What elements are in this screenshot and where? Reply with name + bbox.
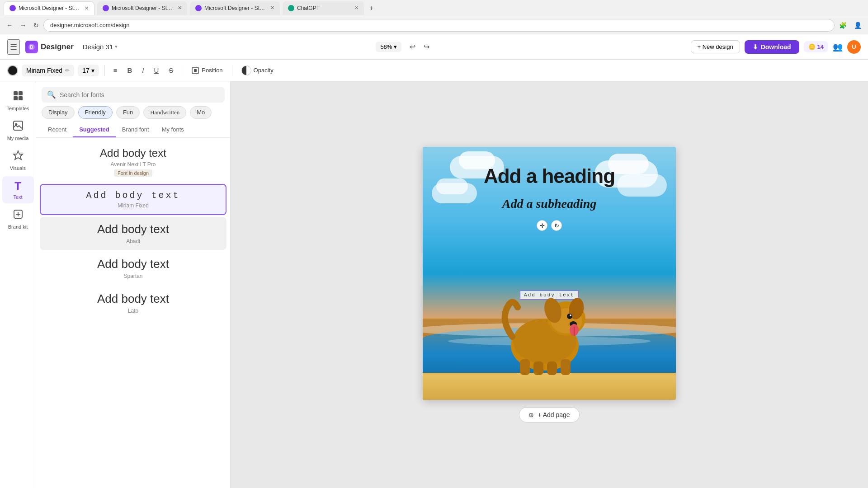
- font-badge-avenir: Font in design: [114, 169, 152, 177]
- new-tab-button[interactable]: +: [367, 3, 376, 13]
- dog-svg: [500, 273, 590, 377]
- design-title[interactable]: Design 31 ▾: [83, 43, 118, 51]
- share-button[interactable]: 👥: [833, 42, 843, 52]
- font-name-miriam: Miriam Fixed: [45, 202, 221, 209]
- font-item-abadi[interactable]: Add body text Abadi: [40, 217, 226, 250]
- sidebar-item-brand-kit[interactable]: Brand kit: [2, 205, 34, 233]
- svg-rect-3: [194, 69, 197, 72]
- strikethrough-button[interactable]: S: [165, 64, 176, 76]
- sidebar-item-templates[interactable]: Templates: [2, 87, 34, 115]
- redo-button[interactable]: ↪: [421, 41, 432, 53]
- align-button[interactable]: ≡: [110, 64, 121, 76]
- design-title-chevron: ▾: [115, 44, 118, 50]
- font-name-button[interactable]: Miriam Fixed ✏: [22, 65, 74, 76]
- underline-button[interactable]: U: [151, 64, 162, 76]
- move-handle[interactable]: ✛: [537, 220, 547, 231]
- font-search-box[interactable]: 🔍: [42, 87, 225, 103]
- address-bar[interactable]: [43, 19, 835, 32]
- sidebar-icons: Templates My media Visuals T Text: [0, 81, 36, 488]
- italic-button[interactable]: I: [139, 64, 147, 76]
- chip-display[interactable]: Display: [42, 106, 75, 119]
- main-content: Templates My media Visuals T Text: [0, 81, 868, 488]
- font-name-abadi: Abadi: [44, 238, 222, 244]
- visuals-icon: [13, 150, 24, 164]
- tab-2[interactable]: Microsoft Designer - Stunning... ✕: [97, 1, 187, 15]
- undo-redo: ↩ ↪: [407, 41, 432, 53]
- color-swatch[interactable]: [7, 65, 18, 76]
- tab-close-3[interactable]: ✕: [270, 5, 274, 11]
- tab-close-4[interactable]: ✕: [354, 5, 359, 11]
- profile-button[interactable]: 👤: [851, 20, 864, 31]
- tab-close-1[interactable]: ✕: [85, 5, 89, 11]
- svg-rect-4: [14, 91, 18, 95]
- tab-suggested[interactable]: Suggested: [73, 122, 115, 137]
- chip-friendly[interactable]: Friendly: [78, 106, 113, 119]
- tab-favicon-4: [288, 5, 294, 11]
- font-name-lato: Lato: [44, 308, 222, 314]
- position-button[interactable]: Position: [188, 64, 226, 77]
- add-page-button[interactable]: ⊕ + Add page: [519, 407, 579, 422]
- sidebar-item-text[interactable]: T Text: [2, 176, 34, 203]
- browser-controls: ← → ↻ 🧩 👤: [0, 16, 868, 34]
- chip-handwritten[interactable]: Handwritten: [143, 106, 186, 119]
- font-item-miriam[interactable]: Add body text Miriam Fixed: [40, 184, 226, 215]
- tab-my-fonts[interactable]: My fonts: [156, 122, 190, 137]
- visuals-label: Visuals: [10, 165, 26, 171]
- reload-button[interactable]: ↻: [31, 20, 42, 31]
- tab-close-2[interactable]: ✕: [178, 5, 182, 11]
- chip-more[interactable]: Mo: [190, 106, 212, 119]
- sidebar-item-visuals[interactable]: Visuals: [2, 146, 34, 174]
- canvas-subheading[interactable]: Add a subheading: [423, 197, 676, 211]
- opacity-button[interactable]: Opacity: [238, 63, 277, 78]
- svg-rect-17: [561, 359, 571, 375]
- canvas-area: Add a heading Add a subheading Add body …: [231, 81, 868, 488]
- bold-button[interactable]: B: [124, 64, 135, 76]
- new-design-button[interactable]: + New design: [691, 40, 740, 53]
- font-search-input[interactable]: [60, 91, 219, 99]
- tab-recent[interactable]: Recent: [42, 122, 73, 137]
- top-bar-center: 58% ▾ ↩ ↪: [123, 41, 685, 53]
- download-button[interactable]: ⬇ Download: [745, 40, 799, 54]
- logo-text: Designer: [41, 42, 74, 52]
- tab-1[interactable]: Microsoft Designer - Stunning... ✕: [4, 1, 94, 15]
- filter-chips: Display Friendly Fun Handwritten Mo: [36, 106, 230, 122]
- svg-rect-6: [14, 96, 18, 100]
- svg-rect-14: [520, 359, 530, 375]
- top-bar: ☰ D Designer Design 31 ▾ 58% ▾: [0, 34, 868, 60]
- top-bar-right: + New design ⬇ Download 🪙 14 👥 U: [691, 40, 861, 54]
- canvas-background: Add a heading Add a subheading Add body …: [423, 147, 676, 400]
- rotate-handle[interactable]: ↻: [551, 220, 562, 231]
- menu-button[interactable]: ☰: [7, 39, 20, 55]
- font-size-button[interactable]: 17 ▾: [78, 65, 99, 76]
- tab-4[interactable]: ChatGPT ✕: [283, 1, 364, 15]
- canvas-heading[interactable]: Add a heading: [423, 165, 676, 188]
- font-size-chevron: ▾: [91, 67, 94, 74]
- add-page-label: + Add page: [538, 411, 570, 418]
- extensions-button[interactable]: 🧩: [836, 20, 849, 31]
- canvas-frame[interactable]: Add a heading Add a subheading Add body …: [423, 147, 676, 400]
- tab-3[interactable]: Microsoft Designer - Stunning... ✕: [190, 1, 280, 15]
- logo-area: D Designer: [25, 41, 74, 53]
- svg-point-22: [567, 314, 572, 319]
- my-media-icon: [13, 120, 24, 134]
- logo-icon: D: [25, 41, 38, 53]
- svg-text:D: D: [30, 45, 33, 50]
- zoom-control[interactable]: 58% ▾: [376, 42, 401, 52]
- font-panel: 🔍 Display Friendly Fun Handwritten: [36, 81, 231, 488]
- font-tabs: Recent Suggested Brand font My fonts: [36, 122, 230, 138]
- chip-fun[interactable]: Fun: [116, 106, 140, 119]
- tab-label-1: Microsoft Designer - Stunning...: [19, 5, 82, 11]
- add-page-icon: ⊕: [528, 411, 534, 418]
- font-item-spartan[interactable]: Add body text Spartan: [40, 252, 226, 285]
- canvas-body-text-container[interactable]: Add body text ✛ ↻: [537, 218, 562, 231]
- back-button[interactable]: ←: [4, 20, 15, 31]
- user-avatar[interactable]: U: [847, 40, 861, 54]
- tab-favicon-1: [9, 5, 16, 11]
- font-item-avenir[interactable]: Add body text Avenir Next LT Pro Font in…: [40, 141, 226, 182]
- forward-button[interactable]: →: [17, 20, 29, 31]
- undo-button[interactable]: ↩: [407, 41, 418, 53]
- font-item-lato[interactable]: Add body text Lato: [40, 286, 226, 319]
- tab-brand-font[interactable]: Brand font: [116, 122, 156, 137]
- sidebar-item-my-media[interactable]: My media: [2, 117, 34, 145]
- font-toolbar: Miriam Fixed ✏ 17 ▾ ≡ B I U S Position O…: [0, 60, 868, 81]
